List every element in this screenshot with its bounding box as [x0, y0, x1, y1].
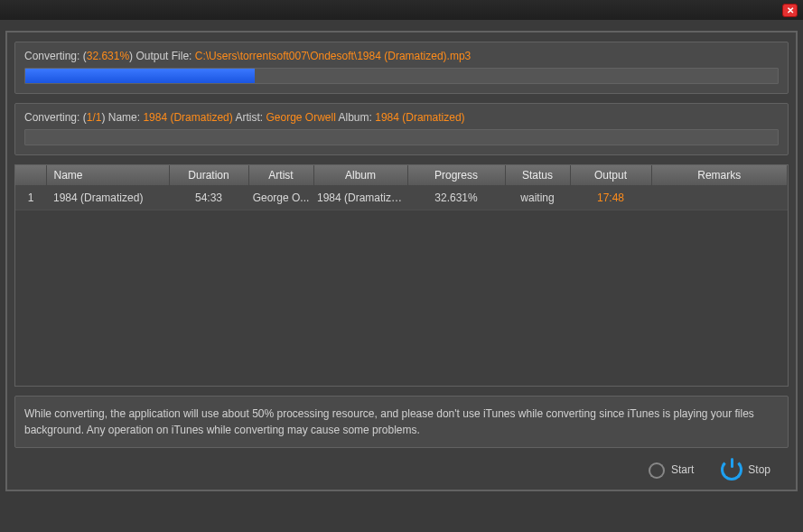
cell-artist: George O...: [248, 186, 313, 210]
cell-index: 1: [15, 186, 46, 210]
item-progress-panel: Converting: (1/1) Name: 1984 (Dramatized…: [14, 103, 789, 155]
th-remarks[interactable]: Remarks: [651, 165, 788, 186]
close-icon: ✕: [787, 5, 794, 15]
output-file-path: C:\Users\torrentsoft007\Ondesoft\1984 (D…: [195, 50, 471, 62]
label-name: ) Name:: [101, 111, 143, 124]
label-album: Album:: [336, 111, 375, 124]
th-name[interactable]: Name: [46, 165, 169, 186]
start-button[interactable]: Start: [646, 460, 694, 480]
item-name: 1984 (Dramatized): [143, 111, 232, 124]
cell-remarks: [651, 186, 788, 210]
main-container: Converting: (32.631%) Output File: C:\Us…: [5, 31, 798, 491]
label-artist: Artist:: [233, 111, 266, 124]
footer-buttons: Start Stop: [14, 448, 789, 481]
cell-output: 17:48: [570, 186, 651, 210]
stop-button[interactable]: Stop: [721, 459, 770, 481]
cell-status: waiting: [505, 186, 570, 210]
th-status[interactable]: Status: [505, 165, 570, 186]
overall-percent: 32.631%: [87, 50, 129, 62]
title-bar: ✕: [0, 0, 803, 20]
table-header-row: Name Duration Artist Album Progress Stat…: [15, 165, 788, 186]
item-count: 1/1: [87, 111, 102, 124]
overall-progress-line: Converting: (32.631%) Output File: C:\Us…: [24, 50, 779, 62]
th-index[interactable]: [15, 165, 46, 186]
overall-progress-bar: [24, 68, 779, 84]
label-converting: Converting: (: [24, 50, 87, 62]
overall-progress-panel: Converting: (32.631%) Output File: C:\Us…: [14, 42, 789, 94]
th-artist[interactable]: Artist: [248, 165, 313, 186]
start-label: Start: [671, 463, 694, 476]
label-converting2: Converting: (: [24, 111, 87, 124]
item-progress-line: Converting: (1/1) Name: 1984 (Dramatized…: [24, 111, 779, 124]
item-album: 1984 (Dramatized): [375, 111, 464, 124]
stop-label: Stop: [748, 463, 770, 476]
conversion-table-container: Name Duration Artist Album Progress Stat…: [14, 164, 789, 387]
overall-progress-fill: [25, 69, 255, 83]
refresh-icon: [646, 460, 666, 480]
conversion-table: Name Duration Artist Album Progress Stat…: [15, 165, 788, 210]
power-icon: [721, 459, 742, 481]
label-output-file: ) Output File:: [129, 50, 195, 62]
close-button[interactable]: ✕: [782, 4, 798, 17]
item-artist: George Orwell: [266, 111, 335, 124]
item-progress-bar: [24, 129, 779, 145]
cell-progress: 32.631%: [407, 186, 505, 210]
th-output[interactable]: Output: [570, 165, 651, 186]
cell-duration: 54:33: [169, 186, 248, 210]
cell-album: 1984 (Dramatize...: [313, 186, 407, 210]
th-progress[interactable]: Progress: [407, 165, 505, 186]
info-note: While converting, the application will u…: [14, 396, 789, 448]
th-duration[interactable]: Duration: [169, 165, 248, 186]
cell-name: 1984 (Dramatized): [46, 186, 169, 210]
table-row[interactable]: 1 1984 (Dramatized) 54:33 George O... 19…: [15, 186, 788, 210]
th-album[interactable]: Album: [313, 165, 407, 186]
